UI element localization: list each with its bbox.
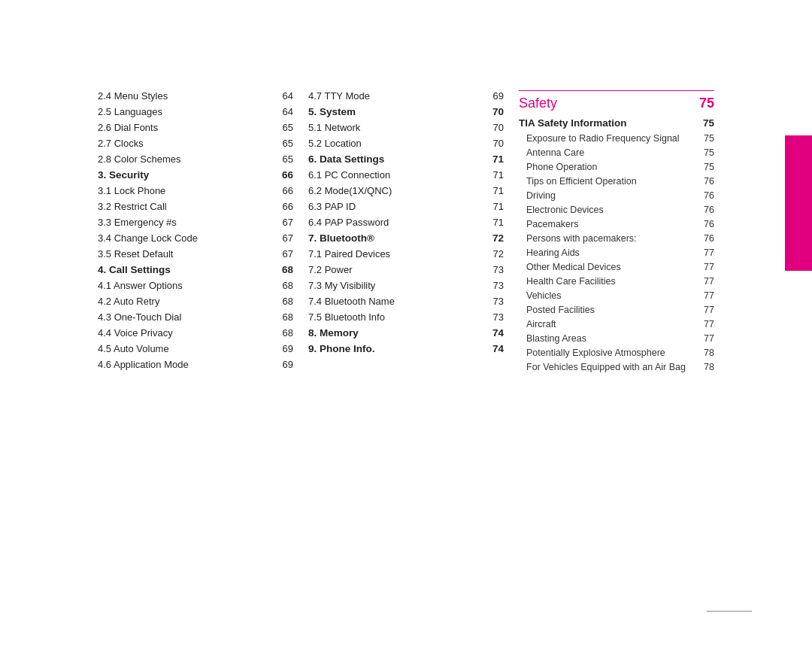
entry-title: 4.6 Application Mode xyxy=(98,359,278,370)
entry-page: 68 xyxy=(278,264,293,275)
entry-title: 7.3 My Visibility xyxy=(308,280,489,291)
entry-page: 75 xyxy=(699,162,714,172)
entry-title: Electronic Devices xyxy=(526,205,699,215)
entry-title: 5. System xyxy=(308,106,489,117)
entry-page: 72 xyxy=(489,248,504,260)
entry-page: 77 xyxy=(699,247,714,258)
toc-entry: 4.1 Answer Options68 xyxy=(98,280,293,291)
col1: 2.4 Menu Styles642.5 Languages642.6 Dial… xyxy=(98,90,293,623)
entry-page: 77 xyxy=(699,262,714,272)
entry-page: 73 xyxy=(489,280,504,291)
toc-sub-entry: Exposure to Radio Frequency Signal75 xyxy=(519,133,714,144)
toc-sub-entry: Tips on Efficient Operation76 xyxy=(519,176,714,187)
entry-title: Persons with pacemakers: xyxy=(526,233,699,244)
entry-title: Antenna Care xyxy=(526,147,699,158)
toc-entry: 2.4 Menu Styles64 xyxy=(98,90,293,102)
entry-title: 4.3 One-Touch Dial xyxy=(98,311,278,323)
toc-entry: 4.7 TTY Mode69 xyxy=(308,90,504,102)
toc-entry: 4.2 Auto Retry68 xyxy=(98,296,293,307)
entry-title: For Vehicles Equipped with an Air Bag xyxy=(526,362,699,372)
entry-title: Tips on Efficient Operation xyxy=(526,176,699,187)
entry-title: 7.2 Power xyxy=(308,264,489,275)
entry-title: 4.7 TTY Mode xyxy=(308,90,489,102)
entry-title: 7. Bluetooth® xyxy=(308,232,489,244)
toc-entry: 3.1 Lock Phone66 xyxy=(98,185,293,196)
entry-title: 2.7 Clocks xyxy=(98,138,278,149)
entry-title: Vehicles xyxy=(526,290,699,301)
toc-entry: 6.3 PAP ID71 xyxy=(308,201,504,212)
entry-title: 3.4 Change Lock Code xyxy=(98,232,278,244)
toc-entry: 7.5 Bluetooth Info73 xyxy=(308,311,504,323)
entry-page: 71 xyxy=(489,185,504,196)
toc-entry: 7.4 Bluetooth Name73 xyxy=(308,296,504,307)
entry-title: 4.5 Auto Volume xyxy=(98,343,278,354)
toc-entry: 6.4 PAP Password71 xyxy=(308,217,504,228)
entry-page: 76 xyxy=(699,219,714,229)
entry-page: 70 xyxy=(489,122,504,133)
entry-title: Potentially Explosive Atmosphere xyxy=(526,348,699,358)
entry-title: Phone Operation xyxy=(526,162,699,172)
entry-page: 76 xyxy=(699,205,714,215)
entry-title: 2.4 Menu Styles xyxy=(98,90,278,102)
entry-page: 77 xyxy=(699,319,714,329)
entry-title: 4.1 Answer Options xyxy=(98,280,278,291)
entry-page: 69 xyxy=(278,343,293,354)
toc-entry: 2.6 Dial Fonts65 xyxy=(98,122,293,133)
entry-page: 72 xyxy=(489,232,504,244)
toc-sub-entry: Persons with pacemakers:76 xyxy=(519,233,714,244)
entry-title: 6.4 PAP Password xyxy=(308,217,489,228)
entry-title: 3.5 Reset Default xyxy=(98,248,278,260)
entry-title: 6.2 Mode(1X/QNC) xyxy=(308,185,489,196)
toc-entry: 5.2 Location70 xyxy=(308,138,504,149)
toc-entry: 9. Phone Info.74 xyxy=(308,343,504,354)
entry-title: 6. Data Settings xyxy=(308,153,489,165)
toc-entry: 3.4 Change Lock Code67 xyxy=(98,232,293,244)
entry-title: 8. Memory xyxy=(308,327,489,339)
toc-entry: 4.4 Voice Privacy68 xyxy=(98,327,293,339)
entry-title: 5.1 Network xyxy=(308,122,489,133)
entry-title: 5.2 Location xyxy=(308,138,489,149)
toc-sub-entry: For Vehicles Equipped with an Air Bag78 xyxy=(519,362,714,372)
entry-page: 77 xyxy=(699,333,714,344)
toc-entry: 2.5 Languages64 xyxy=(98,106,293,117)
entry-page: 65 xyxy=(278,153,293,165)
entry-page: 78 xyxy=(699,362,714,372)
entry-page: 76 xyxy=(699,176,714,187)
entry-title: Driving xyxy=(526,190,699,201)
entry-title: 6.3 PAP ID xyxy=(308,201,489,212)
safety-page: 75 xyxy=(699,96,714,111)
entry-page: 64 xyxy=(278,106,293,117)
entry-page: 66 xyxy=(278,185,293,196)
toc-sub-entry: Posted Facilities77 xyxy=(519,305,714,315)
entry-page: 65 xyxy=(278,138,293,149)
entry-page: 71 xyxy=(489,169,504,181)
entry-title: Other Medical Devices xyxy=(526,262,699,272)
col3: Safety75TIA Safety Information75Exposure… xyxy=(519,90,714,623)
entry-title: 7.5 Bluetooth Info xyxy=(308,311,489,323)
toc-entry: 4.5 Auto Volume69 xyxy=(98,343,293,354)
toc-entry: 3.3 Emergency #s67 xyxy=(98,217,293,228)
entry-title: 4.4 Voice Privacy xyxy=(98,327,278,339)
entry-page: 66 xyxy=(278,201,293,212)
entry-title: 3. Security xyxy=(98,169,278,181)
entry-page: 65 xyxy=(278,122,293,133)
entry-title: 2.5 Languages xyxy=(98,106,278,117)
tia-page: 75 xyxy=(703,117,714,129)
entry-page: 74 xyxy=(489,343,504,354)
entry-title: Posted Facilities xyxy=(526,305,699,315)
tia-header: TIA Safety Information75 xyxy=(519,117,714,129)
entry-page: 64 xyxy=(278,90,293,102)
entry-title: 3.1 Lock Phone xyxy=(98,185,278,196)
entry-page: 71 xyxy=(489,153,504,165)
entry-title: Blasting Areas xyxy=(526,333,699,344)
entry-page: 74 xyxy=(489,327,504,339)
entry-title: 9. Phone Info. xyxy=(308,343,489,354)
entry-page: 76 xyxy=(699,233,714,244)
toc-entry: 7.3 My Visibility73 xyxy=(308,280,504,291)
entry-title: 2.6 Dial Fonts xyxy=(98,122,278,133)
tia-title: TIA Safety Information xyxy=(519,117,627,129)
toc-sub-entry: Pacemakers76 xyxy=(519,219,714,229)
toc-entry: 4.6 Application Mode69 xyxy=(98,359,293,370)
toc-entry: 3.5 Reset Default67 xyxy=(98,248,293,260)
entry-page: 68 xyxy=(278,280,293,291)
